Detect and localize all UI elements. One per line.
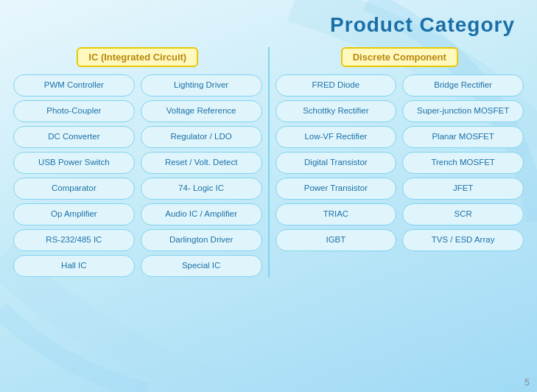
discrete-item-right: Bridge Rectifier	[402, 74, 524, 97]
discrete-item-left: IGBT	[275, 229, 397, 251]
discrete-item-left: FRED Diode	[275, 74, 397, 97]
ic-item-right: Audio IC / Amplifier	[141, 203, 262, 225]
discrete-item-right: Trench MOSFET	[402, 152, 524, 174]
ic-item-right: Special IC	[141, 255, 262, 277]
ic-section-header: IC (Integrated Circuit)	[77, 47, 198, 67]
discrete-item-right: Super-junction MOSFET	[402, 100, 524, 122]
ic-item-right: Regulator / LDO	[141, 126, 262, 148]
ic-section: IC (Integrated Circuit) PWM ControllerLi…	[13, 47, 262, 277]
discrete-section: Discrete Component FRED DiodeBridge Rect…	[275, 47, 524, 277]
ic-item-left: Hall IC	[13, 255, 135, 277]
discrete-item-right: JFET	[402, 178, 524, 200]
discrete-item-left: TRIAC	[275, 203, 397, 225]
ic-item-left: RS-232/485 IC	[13, 229, 135, 251]
discrete-item-left: Power Transistor	[275, 178, 397, 200]
ic-item-right: Lighting Driver	[141, 74, 262, 97]
ic-item-right: Voltage Reference	[141, 100, 262, 122]
page-title: Product Category	[0, 0, 537, 43]
ic-item-left: PWM Controller	[13, 74, 135, 97]
ic-item-left: Photo-Coupler	[13, 100, 135, 122]
discrete-section-header: Discrete Component	[341, 47, 458, 67]
ic-item-left: Op Amplifier	[13, 203, 135, 225]
discrete-item-left: Schottky Rectifier	[275, 100, 397, 122]
section-divider	[268, 47, 270, 277]
ic-grid: PWM ControllerLighting DriverPhoto-Coupl…	[13, 74, 262, 277]
discrete-item-right: SCR	[402, 203, 524, 225]
ic-item-left: DC Converter	[13, 126, 135, 148]
discrete-item-left: Digital Transistor	[275, 152, 397, 174]
page-number: 5	[524, 377, 530, 388]
discrete-item-left: Low-VF Rectifier	[275, 126, 397, 148]
discrete-grid: FRED DiodeBridge RectifierSchottky Recti…	[275, 74, 524, 251]
discrete-item-right: TVS / ESD Array	[402, 229, 524, 251]
ic-item-left: Comparator	[13, 178, 135, 200]
ic-item-right: Reset / Volt. Detect	[141, 152, 262, 174]
ic-item-right: Darlington Driver	[141, 229, 262, 251]
discrete-item-right: Planar MOSFET	[402, 126, 524, 148]
ic-item-right: 74- Logic IC	[141, 178, 262, 200]
ic-item-left: USB Power Switch	[13, 152, 135, 174]
